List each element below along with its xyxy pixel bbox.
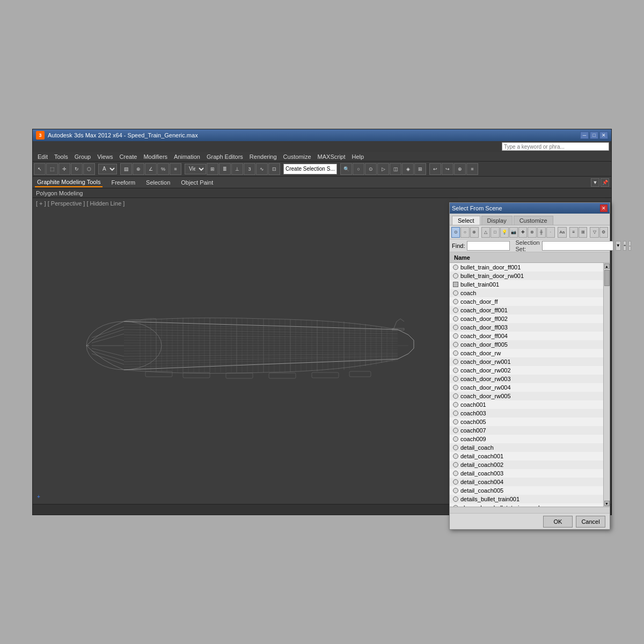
reference-coord-dropdown[interactable]: All [98, 164, 117, 174]
spinner-snap-btn[interactable]: ≡ [170, 163, 181, 175]
select-tool-btn[interactable]: ↖ [34, 163, 46, 175]
menu-animation[interactable]: Animation [171, 153, 203, 160]
dialog-tab-display[interactable]: Display [481, 216, 513, 225]
menu-edit[interactable]: Edit [35, 153, 50, 160]
list-item[interactable]: coach001 [450, 400, 603, 409]
material-editor-btn[interactable]: ◈ [402, 163, 414, 175]
menu-graph-editors[interactable]: Graph Editors [204, 153, 246, 160]
list-item[interactable]: coach_door_rw [450, 349, 603, 357]
dlg-invert-btn[interactable]: ⊕ [470, 227, 479, 238]
dialog-find-input[interactable] [467, 241, 510, 251]
tab-freeform[interactable]: Freeform [109, 178, 137, 187]
list-item[interactable]: coach_door_ff003 [450, 323, 603, 332]
3d-snap-btn[interactable]: 3 [244, 163, 255, 175]
dlg-camera-btn[interactable]: 📷 [509, 227, 518, 238]
expand-btn[interactable]: ▼ [591, 178, 599, 187]
list-item[interactable]: details_bullet_train001 [450, 495, 603, 503]
list-item[interactable]: coach_door_ff001 [450, 306, 603, 314]
menu-rendering[interactable]: Rendering [247, 153, 280, 160]
dlg-helper-btn[interactable]: ✚ [518, 227, 527, 238]
extra-btn-2[interactable]: ≡ [466, 163, 478, 175]
menu-customize[interactable]: Customize [281, 153, 314, 160]
menu-modifiers[interactable]: Modifiers [141, 153, 170, 160]
scroll-down-btn[interactable]: ▼ [604, 501, 610, 506]
tab-selection[interactable]: Selection [144, 178, 172, 187]
list-item[interactable]: detail_coach005 [450, 486, 603, 495]
render-frame-btn[interactable]: ⊞ [414, 163, 426, 175]
scale-tool-btn[interactable]: ⬡ [83, 163, 95, 175]
list-item[interactable]: coach003 [450, 409, 603, 418]
dialog-cancel-button[interactable]: Cancel [576, 516, 605, 528]
dlg-icon-view-btn[interactable]: ⊞ [579, 227, 587, 238]
minimize-button[interactable]: ─ [580, 131, 589, 139]
search-input[interactable] [502, 142, 609, 151]
dialog-selset-input[interactable] [542, 241, 613, 251]
dlg-space-btn[interactable]: ⊗ [528, 227, 536, 238]
list-item[interactable]: coach_door_ff002 [450, 314, 603, 323]
select-from-scene-dialog[interactable]: Select From Scene ✕ Select Display Custo… [449, 202, 610, 530]
mirror-btn[interactable]: ⊞ [207, 163, 218, 175]
dlg-bone-btn[interactable]: ╫ [537, 227, 546, 238]
select-obj-btn[interactable]: ○ [353, 163, 364, 175]
list-item[interactable]: coach_door_rw001 [450, 357, 603, 366]
dialog-tab-customize[interactable]: Customize [514, 216, 553, 225]
dialog-close-button[interactable]: ✕ [600, 204, 608, 212]
tab-graphite[interactable]: Graphite Modeling Tools [35, 178, 103, 187]
dlg-selset-btn3[interactable]: - [628, 241, 631, 251]
list-item[interactable]: coach_door_ff004 [450, 332, 603, 340]
maximize-button[interactable]: □ [590, 131, 598, 139]
list-item[interactable]: detail_coach [450, 443, 603, 452]
list-item[interactable]: bullet_train_door_rw001 [450, 272, 603, 280]
dlg-list-view-btn[interactable]: ≡ [569, 227, 578, 238]
dialog-tab-select[interactable]: Select [452, 216, 480, 225]
undo-btn[interactable]: ↩ [429, 163, 441, 175]
list-item[interactable]: detail_coach001 [450, 452, 603, 460]
normal-align-btn[interactable]: ⊥ [231, 163, 243, 175]
list-item[interactable]: coach_door_rw005 [450, 392, 603, 400]
tab-object-paint[interactable]: Object Paint [179, 178, 215, 187]
rotate-tool-btn[interactable]: ↻ [71, 163, 83, 175]
list-item[interactable]: detail_coach002 [450, 460, 603, 469]
active-shade-btn[interactable]: ◫ [390, 163, 401, 175]
list-item[interactable]: detail_coach004 [450, 478, 603, 486]
angle-snap-btn[interactable]: ∠ [145, 163, 157, 175]
render-setup-btn[interactable]: ⊙ [365, 163, 377, 175]
dlg-particle-btn[interactable]: · [546, 227, 555, 238]
dlg-filter-btn[interactable]: ▽ [590, 227, 598, 238]
list-item[interactable]: bullet_train001 [450, 280, 603, 289]
pin-btn[interactable]: 📌 [601, 178, 609, 187]
menu-tools[interactable]: Tools [52, 153, 71, 160]
list-item[interactable]: coach_door_ff [450, 297, 603, 306]
dialog-ok-button[interactable]: OK [543, 516, 573, 528]
list-item[interactable]: coach_door_ff005 [450, 340, 603, 349]
dlg-light-btn[interactable]: 💡 [500, 227, 509, 238]
menu-help[interactable]: Help [349, 153, 367, 160]
close-button[interactable]: ✕ [599, 131, 608, 139]
list-item[interactable]: coach_door_rw003 [450, 375, 603, 383]
dlg-all-btn[interactable]: ⊙ [451, 227, 460, 238]
layer-btn[interactable]: ▤ [120, 163, 132, 175]
dlg-selset-btn1[interactable]: ▼ [616, 241, 621, 251]
list-item[interactable]: detail_coach003 [450, 469, 603, 478]
dialog-bottom-scrollbar[interactable] [450, 507, 610, 513]
menu-group[interactable]: Group [72, 153, 94, 160]
select-by-name-btn[interactable]: 🔍 [340, 163, 352, 175]
menu-views[interactable]: Views [94, 153, 115, 160]
list-item[interactable]: coach009 [450, 435, 603, 443]
list-item[interactable]: coach005 [450, 418, 603, 426]
dlg-shape-btn[interactable]: □ [491, 227, 499, 238]
move-tool-btn[interactable]: ✛ [58, 163, 70, 175]
percent-snap-btn[interactable]: % [157, 163, 169, 175]
extra-btn-1[interactable]: ⊕ [454, 163, 466, 175]
curve-editor-btn[interactable]: ∿ [256, 163, 268, 175]
list-item[interactable]: coach [450, 289, 603, 297]
list-item[interactable]: coach_door_rw002 [450, 366, 603, 375]
select-region-btn[interactable]: ⬚ [46, 163, 58, 175]
dlg-case-btn[interactable]: Aa [558, 227, 566, 238]
list-item[interactable]: bullet_train_door_ff001 [450, 263, 603, 272]
dialog-list[interactable]: bullet_train_door_ff001bullet_train_door… [450, 263, 603, 507]
menu-create[interactable]: Create [116, 153, 140, 160]
menu-maxscript[interactable]: MAXScript [315, 153, 348, 160]
dlg-config-btn[interactable]: ⚙ [599, 227, 608, 238]
redo-btn[interactable]: ↪ [442, 163, 453, 175]
